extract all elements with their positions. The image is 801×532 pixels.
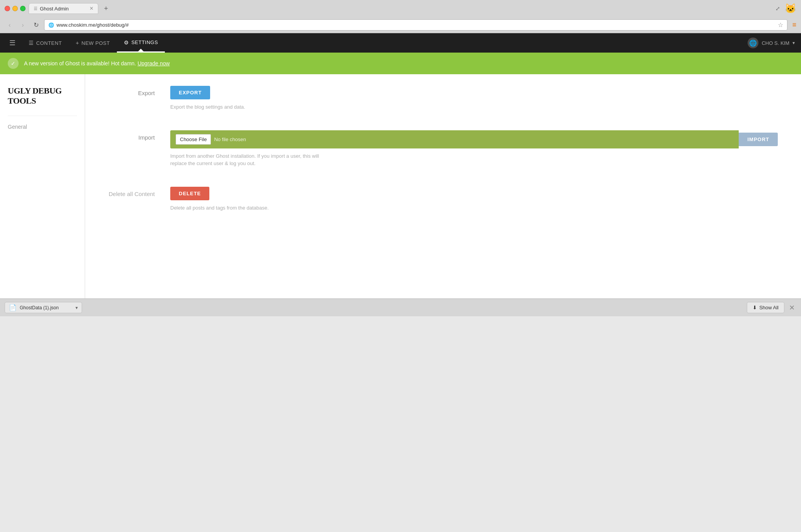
browser-chrome: ☰ Ghost Admin × + ⤢ 🐱 ‹ › ↻ 🌐 www.choski… [0, 0, 801, 33]
nav-item-content-label: CONTENT [36, 40, 62, 46]
import-label: Import [108, 130, 155, 141]
nav-right: 🌐 CHO S. KIM ▾ [748, 38, 795, 48]
nav-username: CHO S. KIM [762, 40, 789, 46]
delete-description: Delete all posts and tags from the datab… [170, 204, 778, 212]
import-body: Choose File No file chosen IMPORT Import… [170, 130, 778, 167]
notification-banner: ✓ A new version of Ghost is available! H… [0, 53, 801, 74]
sidebar: UGLY DEBUGTOOLS General [0, 74, 85, 298]
back-button[interactable]: ‹ [5, 20, 15, 30]
browser-titlebar: ☰ Ghost Admin × + ⤢ 🐱 [0, 0, 801, 17]
content-icon: ☰ [29, 40, 34, 46]
tab-bar: ☰ Ghost Admin × + [29, 3, 769, 14]
traffic-lights [5, 6, 26, 11]
address-lock-icon: 🌐 [48, 22, 54, 28]
download-item: 📄 GhostData (1).json ▾ [5, 302, 82, 313]
import-section: Import Choose File No file chosen IMPORT… [108, 130, 778, 167]
delete-label: Delete all Content [108, 187, 155, 197]
sidebar-item-general[interactable]: General [8, 122, 77, 131]
file-input-wrapper: Choose File No file chosen [170, 130, 739, 148]
show-all-button[interactable]: ⬇ Show All [747, 302, 784, 313]
show-all-download-icon: ⬇ [753, 305, 757, 310]
maximize-button[interactable] [20, 6, 26, 11]
active-indicator [138, 49, 144, 51]
import-description-line1: Import from another Ghost installation. … [170, 152, 778, 167]
sidebar-divider [8, 116, 77, 116]
new-post-icon: + [76, 40, 79, 46]
app-nav: ☰ ☰ CONTENT + NEW POST ⚙ SETTINGS 🌐 CHO … [0, 33, 801, 53]
reload-button[interactable]: ↻ [31, 20, 41, 30]
nav-item-settings[interactable]: ⚙ SETTINGS [117, 33, 165, 53]
import-button[interactable]: IMPORT [739, 133, 778, 146]
bookmark-icon[interactable]: ☆ [778, 21, 783, 29]
import-file-row: Choose File No file chosen IMPORT [170, 130, 778, 148]
new-tab-button[interactable]: + [101, 3, 111, 14]
main-content: UGLY DEBUGTOOLS General Export EXPORT Ex… [0, 74, 801, 298]
upgrade-link[interactable]: Upgrade now [137, 60, 169, 66]
window-resize-icon[interactable]: ⤢ [772, 3, 783, 14]
nav-chevron-icon[interactable]: ▾ [792, 40, 795, 46]
delete-body: DELETE Delete all posts and tags from th… [170, 187, 778, 212]
download-file-icon: 📄 [9, 304, 17, 311]
delete-section: Delete all Content DELETE Delete all pos… [108, 187, 778, 212]
export-section: Export EXPORT Export the blog settings a… [108, 86, 778, 111]
window-controls: ⤢ 🐱 [772, 3, 796, 14]
address-bar[interactable]: 🌐 www.choskim.me/ghost/debug/# ☆ [44, 19, 787, 31]
close-button[interactable] [5, 6, 10, 11]
avatar: 🌐 [748, 38, 758, 48]
tab-close-icon[interactable]: × [90, 5, 93, 12]
export-label: Export [108, 86, 155, 96]
browser-toolbar: ‹ › ↻ 🌐 www.choskim.me/ghost/debug/# ☆ ≡ [0, 17, 801, 33]
nav-item-new-post[interactable]: + NEW POST [69, 33, 117, 53]
sidebar-title: UGLY DEBUGTOOLS [8, 86, 77, 106]
download-dropdown-icon[interactable]: ▾ [75, 305, 78, 310]
browser-menu-icon[interactable]: ≡ [792, 21, 796, 29]
content-area: Export EXPORT Export the blog settings a… [85, 74, 801, 298]
cat-emoji-icon: 🐱 [785, 3, 796, 14]
minimize-button[interactable] [12, 6, 18, 11]
browser-tab[interactable]: ☰ Ghost Admin × [29, 3, 98, 14]
nav-item-new-post-label: NEW POST [82, 40, 110, 46]
delete-button[interactable]: DELETE [170, 187, 209, 200]
show-all-label: Show All [759, 305, 779, 310]
notification-text: A new version of Ghost is available! Hot… [24, 60, 170, 66]
settings-gear-icon: ⚙ [124, 39, 129, 46]
address-text: www.choskim.me/ghost/debug/# [56, 22, 775, 28]
no-file-chosen-text: No file chosen [214, 136, 246, 142]
export-body: EXPORT Export the blog settings and data… [170, 86, 778, 111]
tab-title: Ghost Admin [40, 6, 68, 12]
export-description: Export the blog settings and data. [170, 103, 778, 111]
forward-button[interactable]: › [18, 20, 28, 30]
notification-checkmark-icon: ✓ [8, 58, 19, 69]
nav-hamburger-icon[interactable]: ☰ [6, 36, 19, 50]
choose-file-button[interactable]: Choose File [176, 134, 211, 145]
tab-favicon-icon: ☰ [34, 6, 38, 11]
download-bar: 📄 GhostData (1).json ▾ ⬇ Show All ✕ [0, 298, 801, 316]
download-bar-close-icon[interactable]: ✕ [787, 302, 796, 314]
download-filename: GhostData (1).json [20, 305, 72, 310]
export-button[interactable]: EXPORT [170, 86, 210, 99]
nav-item-settings-label: SETTINGS [131, 39, 158, 45]
nav-item-content[interactable]: ☰ CONTENT [22, 33, 69, 53]
